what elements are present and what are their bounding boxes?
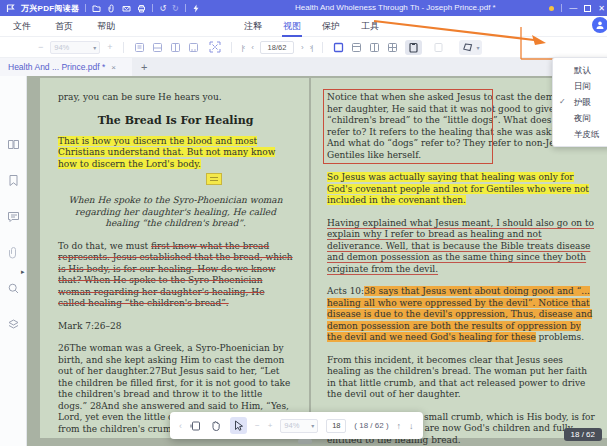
yellow-highlight[interactable]: So Jesus was actually saying that healin…: [327, 172, 589, 205]
bookmark-panel-icon[interactable]: [7, 174, 20, 187]
attachment-icon[interactable]: [107, 4, 116, 13]
next-page-button[interactable]: ›: [301, 43, 303, 52]
menu-tools[interactable]: 工具: [360, 17, 380, 36]
email-icon[interactable]: [122, 4, 131, 13]
undo-icon[interactable]: ↺: [159, 4, 166, 13]
maximize-button[interactable]: [584, 5, 591, 12]
floating-toolbar: ‹ − + 94% ▾ ( 18 / 62 ) ↑ ↓: [170, 412, 423, 439]
panel-expand-handle[interactable]: ▸: [21, 268, 25, 276]
page-indicator-badge: 18 / 62: [564, 428, 602, 441]
book-layout-icon[interactable]: [188, 42, 199, 53]
theme-option-label: 夜间: [574, 113, 591, 123]
block-quote: When He spoke to the Syro-Phoenician wom…: [64, 195, 287, 230]
document-area: pray, you can be sure He hears you. The …: [27, 76, 607, 446]
divider: [152, 4, 153, 12]
single-view-icon[interactable]: [333, 42, 344, 53]
collapse-toolbar-icon[interactable]: ‹: [179, 421, 182, 431]
theme-option-label: 羊皮纸: [574, 129, 600, 139]
sticky-note-icon[interactable]: [206, 173, 222, 185]
section-heading: The Bread Is For Healing: [58, 114, 293, 127]
acts-paragraph: Acts 10:38 says that Jesus went about do…: [327, 286, 597, 344]
plain-text: problems.: [536, 332, 584, 342]
thumbnail-panel-icon[interactable]: [7, 138, 20, 151]
theme-option-eyecare[interactable]: ✓护眼: [553, 94, 607, 110]
menu-bar: 文件 首页 帮助 注释 视图 保护 工具: [0, 16, 607, 37]
minimize-button[interactable]: —: [569, 4, 577, 12]
select-tool-icon[interactable]: [230, 417, 247, 434]
user-avatar[interactable]: [592, 17, 607, 33]
yellow-highlight[interactable]: That is how you discern the blood and mo…: [58, 136, 275, 169]
tab-bar: Health And ... Prince.pdf * × +: [0, 58, 607, 76]
divider: [123, 42, 124, 53]
menu-home[interactable]: 首页: [54, 17, 74, 36]
previous-page-arrow[interactable]: ↑: [397, 421, 402, 431]
app-name: 万兴PDF阅读器: [21, 3, 79, 14]
underlined-paragraph[interactable]: Having explained what Jesus meant, I sho…: [327, 218, 597, 276]
document-tab[interactable]: Health And ... Prince.pdf * ×: [0, 58, 132, 76]
title-bar: 万兴PDF阅读器 ↺ ↻ Health And Wholeness Throug…: [0, 0, 607, 16]
paragraph: From this incident, it becomes clear tha…: [327, 355, 597, 401]
hand-tool-icon[interactable]: [210, 420, 222, 432]
next-page-arrow[interactable]: ↓: [409, 421, 414, 431]
close-button[interactable]: ✕: [598, 4, 605, 13]
zoom-in-button[interactable]: +: [107, 42, 112, 52]
toolbar-drag-handle[interactable]: [298, 439, 312, 444]
zoom-out-button[interactable]: −: [255, 421, 260, 430]
menu-comment[interactable]: 注释: [243, 17, 263, 36]
snapshot-icon[interactable]: [190, 420, 202, 432]
dimmed-tool-icon: [433, 42, 444, 53]
print-icon[interactable]: [137, 4, 146, 13]
content-area: ▸ pray, you can be sure He hears you. Th…: [0, 76, 607, 446]
zoom-in-button[interactable]: +: [268, 421, 273, 430]
menu-view[interactable]: 视图: [282, 17, 302, 36]
chevron-down-icon: ▾: [311, 422, 314, 429]
divider: [185, 4, 186, 12]
continuous-layout-icon[interactable]: [152, 42, 163, 53]
paragraph: pray, you can be sure He hears you.: [58, 92, 293, 104]
theme-option-night[interactable]: 夜间: [553, 110, 607, 126]
zoom-out-button[interactable]: −: [38, 42, 43, 52]
fit-page-view-icon[interactable]: [351, 42, 362, 53]
tab-close-icon[interactable]: ×: [111, 63, 116, 72]
zoom-level-value: 94%: [284, 421, 299, 430]
pdf-page-left[interactable]: pray, you can be sure He hears you. The …: [40, 78, 309, 438]
theme-option-parchment[interactable]: 羊皮纸: [553, 126, 607, 142]
chevron-down-icon: ▾: [476, 44, 479, 51]
document-title: Health And Wholeness Through Th - Joseph…: [295, 0, 496, 16]
theme-option-day[interactable]: 日间: [553, 78, 607, 94]
last-page-button[interactable]: ›|: [310, 43, 313, 52]
first-page-button[interactable]: |‹: [242, 43, 245, 52]
search-panel-icon[interactable]: [7, 282, 20, 295]
layers-panel-icon[interactable]: [7, 318, 20, 331]
flash-icon[interactable]: [192, 4, 200, 13]
zoom-level-select[interactable]: 94% ▾: [280, 419, 318, 433]
page-count-label: ( 18 / 62 ): [354, 421, 388, 430]
grid-view-icon[interactable]: [387, 42, 398, 53]
zoom-level-select[interactable]: 94% ▾: [50, 41, 100, 54]
new-tab-button[interactable]: +: [141, 62, 147, 73]
menu-help[interactable]: 帮助: [96, 17, 116, 36]
theme-option-default[interactable]: 默认: [553, 62, 607, 78]
read-mode-button[interactable]: [405, 40, 422, 55]
verse-reference: Mark 7:26–28: [58, 321, 293, 333]
divider: [85, 4, 86, 12]
theme-option-label: 日间: [574, 81, 591, 91]
page-number-input[interactable]: [260, 41, 294, 54]
two-column-view-icon[interactable]: [369, 42, 380, 53]
previous-page-button[interactable]: ‹: [251, 43, 253, 52]
single-page-layout-icon[interactable]: [134, 42, 145, 53]
two-page-layout-icon[interactable]: [170, 42, 181, 53]
notification-dot-icon: [549, 6, 554, 11]
redo-icon[interactable]: ↻: [172, 4, 179, 13]
divider: [322, 42, 323, 53]
menu-file[interactable]: 文件: [12, 17, 32, 36]
background-theme-button[interactable]: ▾: [459, 40, 482, 55]
fullscreen-icon[interactable]: [209, 41, 221, 53]
menu-protect[interactable]: 保护: [321, 17, 341, 36]
attachment-panel-icon[interactable]: [7, 246, 20, 259]
page-number-input[interactable]: [326, 419, 346, 433]
annotation-panel-icon[interactable]: [7, 210, 20, 223]
theme-option-label: 默认: [574, 65, 591, 75]
plain-text: To do that, we must: [58, 241, 151, 251]
open-folder-icon[interactable]: [92, 4, 101, 13]
